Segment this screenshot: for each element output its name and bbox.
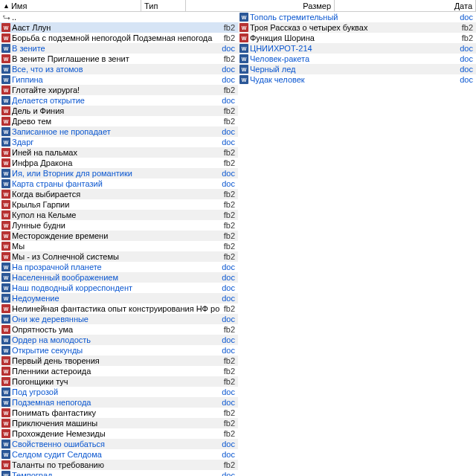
file-row[interactable]: WМыfb2 bbox=[0, 241, 238, 251]
header-type[interactable]: Тип bbox=[141, 0, 186, 11]
file-name: Записанное не пропадает bbox=[12, 127, 220, 136]
file-name: Тополь стремительный bbox=[250, 13, 458, 22]
file-row[interactable]: WПодземная непогодаdoc bbox=[0, 397, 238, 408]
file-row[interactable]: WТополь стремительныйdoc bbox=[238, 12, 476, 22]
file-row[interactable]: WПрохождение Немезидыfb2 bbox=[0, 428, 238, 439]
file-row[interactable]: WОрдер на молодостьdoc bbox=[0, 335, 238, 345]
file-row[interactable]: WБорьба с подземной непогодой Подземная … bbox=[0, 33, 238, 43]
file-ext: fb2 bbox=[220, 23, 237, 32]
doc-file-icon: W bbox=[1, 471, 10, 476]
file-row[interactable]: WИя, или Вторник для романтикиdoc bbox=[0, 168, 238, 178]
file-ext: fb2 bbox=[220, 460, 237, 469]
header-name[interactable]: ▲Имя bbox=[0, 0, 141, 11]
file-row[interactable]: WНелинейная фантастика опыт конструирова… bbox=[0, 303, 238, 314]
file-ext: fb2 bbox=[458, 33, 475, 42]
file-row[interactable]: WВ зенитеdoc bbox=[0, 43, 238, 54]
file-row[interactable]: WДель и Финияfb2 bbox=[0, 106, 238, 116]
file-row[interactable]: WПленники астероидаfb2 bbox=[0, 366, 238, 376]
header-size[interactable]: Размер bbox=[186, 0, 335, 11]
file-name: Гиппина bbox=[12, 75, 220, 84]
file-name: В зените Приглашение в зенит bbox=[12, 54, 220, 63]
file-row[interactable]: WПервый день творенияfb2 bbox=[0, 356, 238, 366]
file-ext: doc bbox=[220, 65, 237, 74]
file-row[interactable]: WНаселенный воображениемdoc bbox=[0, 272, 238, 283]
file-row[interactable]: WГиппинаdoc bbox=[0, 74, 238, 85]
file-ext: doc bbox=[458, 54, 475, 63]
file-row[interactable]: WЧеловек-ракетаdoc bbox=[238, 54, 476, 64]
file-name: Чудак человек bbox=[250, 75, 458, 84]
doc-file-icon: W bbox=[1, 273, 10, 282]
file-name: Пленники астероида bbox=[12, 367, 220, 376]
file-row[interactable]: WКупол на Кельмеfb2 bbox=[0, 210, 238, 220]
file-row[interactable]: WОни же деревянныеdoc bbox=[0, 314, 238, 324]
file-row[interactable]: WФункция Шоринаfb2 bbox=[238, 33, 476, 43]
file-row[interactable]: WВ зените Приглашение в зенитfb2 bbox=[0, 54, 238, 64]
fb2-file-icon: W bbox=[1, 148, 10, 157]
file-ext: doc bbox=[220, 44, 237, 53]
file-row[interactable]: WГлотайте хирурга!fb2 bbox=[0, 85, 238, 95]
file-row[interactable]: WАаст Ллунfb2 bbox=[0, 22, 238, 33]
header-date[interactable]: Дата bbox=[335, 0, 476, 11]
file-row[interactable]: WТаланты по требованиюfb2 bbox=[0, 460, 238, 470]
doc-file-icon: W bbox=[1, 315, 10, 324]
file-row[interactable]: WЧерный ледdoc bbox=[238, 64, 476, 74]
file-row[interactable]: WПриключения машиныfb2 bbox=[0, 418, 238, 428]
file-name: Функция Шорина bbox=[250, 33, 458, 42]
file-row[interactable]: WЦНИИХРОТ-214doc bbox=[238, 43, 476, 54]
file-row[interactable]: WСвойственно ошибатьсяdoc bbox=[0, 439, 238, 449]
file-ext: doc bbox=[220, 346, 237, 355]
parent-dir-row[interactable]: ⮑ .. bbox=[0, 12, 238, 22]
fb2-file-icon: W bbox=[1, 429, 10, 438]
file-row[interactable]: WВсе, что из атомовdoc bbox=[0, 64, 238, 74]
fb2-file-icon: W bbox=[1, 408, 10, 417]
file-ext: fb2 bbox=[458, 23, 475, 32]
file-name: Понимать фантастику bbox=[12, 408, 220, 417]
file-name: Купол на Кельме bbox=[12, 210, 220, 219]
file-name: Здарг bbox=[12, 138, 220, 147]
file-row[interactable]: WДрево темfb2 bbox=[0, 116, 238, 126]
file-row[interactable]: WПогонщики тучfb2 bbox=[0, 376, 238, 387]
file-row[interactable]: WДелается открытиеdoc bbox=[0, 95, 238, 106]
file-row[interactable]: WЛунные будниfb2 bbox=[0, 220, 238, 231]
file-row[interactable]: WТемпоградdoc bbox=[0, 470, 238, 476]
file-row[interactable]: WЗаписанное не пропадаетdoc bbox=[0, 126, 238, 137]
file-row[interactable]: WОткрытие секундыdoc bbox=[0, 345, 238, 356]
file-ext: doc bbox=[220, 315, 237, 324]
file-ext: doc bbox=[220, 75, 237, 84]
file-row[interactable]: WМы - из Солнечной системыfb2 bbox=[0, 251, 238, 262]
file-row[interactable]: WОпрятность умаfb2 bbox=[0, 324, 238, 335]
file-name: Черный лед bbox=[250, 65, 458, 74]
file-row[interactable]: WКрылья Гарпииfb2 bbox=[0, 199, 238, 210]
file-row[interactable]: WЗдаргdoc bbox=[0, 137, 238, 147]
file-row[interactable]: WКарта страны фантазийdoc bbox=[0, 178, 238, 189]
file-name: Ааст Ллун bbox=[12, 23, 220, 32]
fb2-file-icon: W bbox=[1, 23, 10, 32]
file-name: Опрятность ума bbox=[12, 325, 220, 334]
file-row[interactable]: WИней на пальмахfb2 bbox=[0, 147, 238, 158]
file-ext: fb2 bbox=[220, 419, 237, 428]
doc-file-icon: W bbox=[1, 96, 10, 105]
file-ext: fb2 bbox=[220, 429, 237, 438]
doc-file-icon: W bbox=[1, 44, 10, 53]
file-row[interactable]: WПод угрозойdoc bbox=[0, 387, 238, 397]
file-row[interactable]: WНаш подводный корреспондентdoc bbox=[0, 283, 238, 293]
doc-file-icon: W bbox=[239, 75, 248, 84]
doc-file-icon: W bbox=[239, 13, 248, 22]
doc-file-icon: W bbox=[1, 387, 10, 396]
file-name: Древо тем bbox=[12, 117, 220, 126]
doc-file-icon: W bbox=[239, 54, 248, 63]
file-row[interactable]: WЧудак человекdoc bbox=[238, 74, 476, 85]
doc-file-icon: W bbox=[1, 75, 10, 84]
fb2-file-icon: W bbox=[1, 460, 10, 469]
file-row[interactable]: WСелдом судит Селдомаdoc bbox=[0, 449, 238, 460]
file-row[interactable]: WКогда выбираетсяfb2 bbox=[0, 189, 238, 199]
file-name: Наш подводный корреспондент bbox=[12, 283, 220, 292]
file-row[interactable]: WМесторождение времениfb2 bbox=[0, 231, 238, 241]
file-row[interactable]: WИнфра Драконаfb2 bbox=[0, 158, 238, 168]
file-row[interactable]: WНедоумениеdoc bbox=[0, 293, 238, 303]
file-row[interactable]: WНа прозрачной планетеdoc bbox=[0, 262, 238, 272]
file-name: Прохождение Немезиды bbox=[12, 429, 220, 438]
file-row[interactable]: WТроя Рассказ о четырех буквахfb2 bbox=[238, 22, 476, 33]
file-ext: fb2 bbox=[220, 231, 237, 240]
file-row[interactable]: WПонимать фантастикуfb2 bbox=[0, 408, 238, 418]
